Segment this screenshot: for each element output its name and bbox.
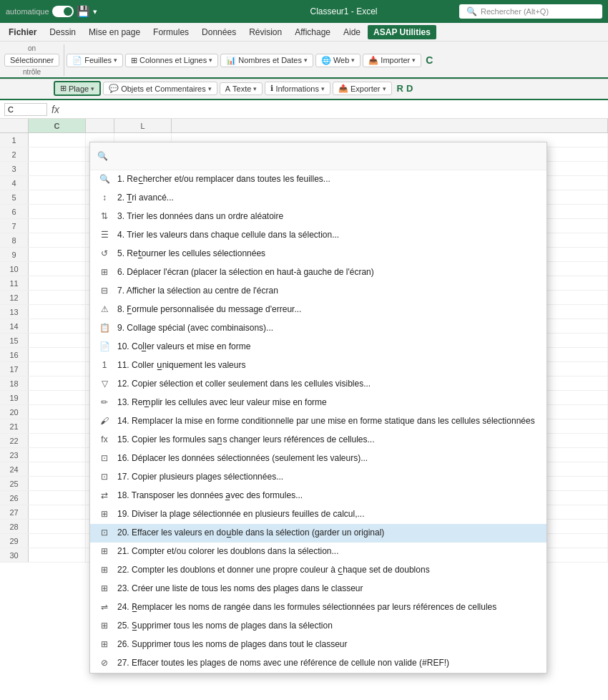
cell-c12[interactable] — [29, 291, 86, 304]
cell-c19[interactable] — [29, 391, 86, 404]
menu-item-donnees[interactable]: Données — [196, 25, 242, 39]
list-item[interactable]: 🔍1. Rec̲hercher et/ou remplacer dans tou… — [90, 170, 546, 189]
menu-item-formules[interactable]: Formules — [147, 25, 195, 39]
objets-commentaires-caret: ▾ — [208, 85, 212, 92]
cell-c9[interactable] — [29, 248, 86, 261]
c-icon: C — [423, 54, 435, 66]
cell-c21[interactable] — [29, 419, 86, 433]
cell-c7[interactable] — [29, 219, 86, 233]
selectionner-btn[interactable]: Sélectionner — [4, 54, 59, 67]
cell-c24[interactable] — [29, 462, 86, 476]
cell-c2[interactable] — [29, 147, 86, 161]
menu-item-icon: ☰ — [97, 230, 112, 241]
feuilles-btn[interactable]: 📄 Feuilles ▾ — [67, 54, 123, 67]
cell-c10[interactable] — [29, 262, 86, 276]
cell-c23[interactable] — [29, 448, 86, 462]
search-label: Rechercher (Alt+Q) — [481, 7, 549, 16]
r-icon[interactable]: R — [397, 83, 403, 94]
cell-c15[interactable] — [29, 334, 86, 347]
cell-c1[interactable] — [29, 133, 86, 147]
list-item[interactable]: ↺5. Ret̲ourner les cellules sélectionnée… — [90, 245, 546, 263]
informations-btn[interactable]: ℹ Informations ▾ — [265, 82, 330, 95]
list-item[interactable]: ⊡20. Effacer les valeurs en dou̲ble dans… — [90, 524, 546, 543]
cell-c25[interactable] — [29, 477, 86, 490]
list-item[interactable]: 111. Coller u̲niquement les valeurs — [90, 356, 546, 375]
cell-c13[interactable] — [29, 305, 86, 319]
cell-c27[interactable] — [29, 505, 86, 519]
texte-label: Texte — [232, 84, 251, 93]
menu-bar: Fichier Dessin Mise en page Formules Don… — [0, 23, 608, 42]
list-item[interactable]: ☰4. Trier les valeurs dans chaque cellul… — [90, 226, 546, 245]
list-item[interactable]: ⇌24. R̲emplacer les noms de rangée dans … — [90, 598, 546, 617]
row-num: 21 — [0, 419, 29, 433]
cell-c14[interactable] — [29, 319, 86, 333]
menu-item-mise-en-page[interactable]: Mise en page — [83, 25, 146, 39]
auto-save-toggle[interactable] — [52, 6, 74, 17]
menu-item-revision[interactable]: Révision — [243, 25, 288, 39]
menu-item-affichage[interactable]: Affichage — [289, 25, 336, 39]
cell-c16[interactable] — [29, 348, 86, 361]
nombres-dates-btn[interactable]: 📊 Nombres et Dates ▾ — [220, 54, 313, 67]
cell-c11[interactable] — [29, 276, 86, 290]
cell-c30[interactable] — [29, 548, 86, 562]
list-item[interactable]: ✏13. Rem̲plir les cellules avec leur val… — [90, 394, 546, 412]
undo-arrow[interactable]: ▾ — [93, 7, 97, 16]
list-item[interactable]: ⊡16. Déplacer les données sélectionnées … — [90, 449, 546, 468]
window-title: Classeur1 - Excel — [232, 6, 455, 16]
cell-c18[interactable] — [29, 376, 86, 390]
cell-c20[interactable] — [29, 405, 86, 419]
menu-item-text: 21. Compter et/ou colorer les doublons d… — [117, 546, 539, 558]
list-item[interactable]: ⊞25. S̲upprimer tous les noms de plages … — [90, 617, 546, 636]
menu-item-asap[interactable]: ASAP Utilities — [368, 25, 436, 39]
list-item[interactable]: ⊟7. Afficher la sélection au centre de l… — [90, 282, 546, 301]
list-item[interactable]: fx15. Copier les formules san̲s changer … — [90, 431, 546, 449]
menu-item-dessin[interactable]: Dessin — [44, 25, 82, 39]
plage-btn[interactable]: ⊞ Plage ▾ — [54, 81, 101, 96]
importer-btn[interactable]: 📥 Importer ▾ — [363, 54, 421, 67]
menu-item-icon: fx — [97, 434, 112, 446]
cell-c29[interactable] — [29, 534, 86, 548]
list-item[interactable]: ▽12. Copier sélection et coller seulemen… — [90, 375, 546, 394]
cell-c22[interactable] — [29, 434, 86, 447]
texte-btn[interactable]: A Texte ▾ — [220, 82, 263, 95]
list-item[interactable]: ⊘27. Effacer toutes les plages de noms a… — [90, 654, 546, 673]
cell-c6[interactable] — [29, 205, 86, 218]
dropdown-search-row[interactable]: 🔍 — [90, 142, 546, 170]
list-item[interactable]: ⊞21. Compter et/ou colorer les doublons … — [90, 543, 546, 561]
list-item[interactable]: 🖌14. Remplacer la mise en forme conditio… — [90, 412, 546, 431]
web-btn[interactable]: 🌐 Web ▾ — [315, 54, 361, 67]
cell-c5[interactable] — [29, 190, 86, 204]
list-item[interactable]: ⊞23. Créer une liste de tous les noms de… — [90, 580, 546, 598]
list-item[interactable]: ⊡17. Copier plusieurs plages sélectionné… — [90, 468, 546, 487]
formula-input[interactable] — [64, 104, 604, 115]
menu-item-aide[interactable]: Aide — [338, 25, 366, 39]
cell-c8[interactable] — [29, 233, 86, 247]
colonnes-lignes-btn[interactable]: ⊞ Colonnes et Lignes ▾ — [125, 54, 218, 67]
cell-c4[interactable] — [29, 176, 86, 190]
cell-c26[interactable] — [29, 491, 86, 505]
menu-item-text: 4. Trier les valeurs dans chaque cellule… — [117, 230, 539, 241]
list-item[interactable]: ⇄18. Transposer les données a̲vec des fo… — [90, 487, 546, 505]
list-item[interactable]: ⊞26. Supprimer tous les noms de plages d… — [90, 636, 546, 654]
cell-c28[interactable] — [29, 520, 86, 533]
cell-c17[interactable] — [29, 362, 86, 376]
dropdown-search-input[interactable] — [112, 147, 539, 165]
list-item[interactable]: ↕2. T̲ri avancé... — [90, 189, 546, 208]
d-icon[interactable]: D — [406, 83, 413, 94]
list-item[interactable]: ⚠8. F̲ormule personnalisée du message d'… — [90, 301, 546, 319]
list-item[interactable]: ⇅3. Trier les données dans un ordre aléa… — [90, 208, 546, 226]
objets-commentaires-btn[interactable]: 💬 Objets et Commentaires ▾ — [103, 82, 217, 95]
menu-item-text: 8. F̲ormule personnalisée du message d'e… — [117, 304, 539, 316]
cell-c3[interactable] — [29, 162, 86, 175]
exporter-btn[interactable]: 📤 Exporter ▾ — [333, 82, 392, 95]
list-item[interactable]: 📋9. Collage spécial (avec combinaisons).… — [90, 319, 546, 338]
menu-item-fichier[interactable]: Fichier — [3, 25, 42, 39]
list-item[interactable]: ⊞6. Déplacer l'écran (placer la sélectio… — [90, 263, 546, 282]
name-box[interactable] — [4, 103, 47, 116]
save-icon[interactable]: 💾 — [77, 5, 90, 18]
list-item[interactable]: ⊞22. Compter les doublons et donner une … — [90, 561, 546, 580]
list-item[interactable]: ⊞19. Diviser la plage sélectionnée en pl… — [90, 505, 546, 524]
menu-item-icon: 🔍 — [97, 174, 112, 185]
search-box[interactable]: 🔍 Rechercher (Alt+Q) — [459, 4, 602, 19]
list-item[interactable]: 📄10. Col̲ler valeurs et mise en forme — [90, 338, 546, 356]
